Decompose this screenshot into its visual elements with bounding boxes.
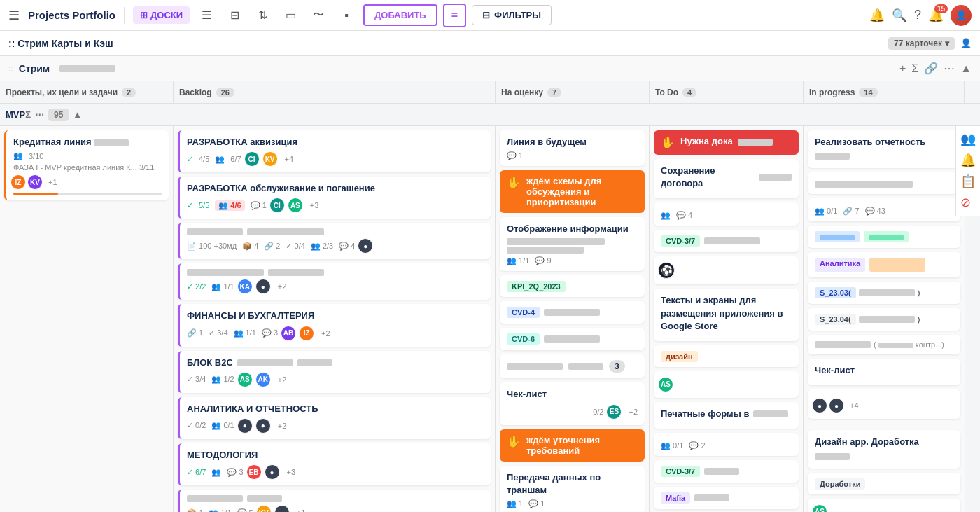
card-s2304[interactable]: S_23.04( ) <box>808 308 960 331</box>
card-razrabotka-akv[interactable]: РАЗРАБОТКА аквизиция ✓4/5 👥6/7 CI KV +4 <box>178 130 491 172</box>
card-dorabotki-tag[interactable]: Доработки <box>808 473 960 494</box>
col-header-3: На оценку 7 <box>496 81 650 103</box>
equals-button[interactable]: = <box>443 4 466 27</box>
people-icon: 👥 <box>13 151 23 160</box>
card-two-tags[interactable] <box>808 226 960 248</box>
avatar-kv: KV <box>27 174 43 190</box>
card-analytics-tag[interactable]: Аналитика <box>808 252 960 277</box>
stream-header: :: Стрим Карты и Кэш 77 карточек ▾ 👤 <box>0 31 980 56</box>
card-cvd4[interactable]: CVD-4 <box>500 301 645 324</box>
card-transfer-data[interactable]: Передача данных по траншам 👥 1 💬 1 <box>500 466 645 512</box>
block-button[interactable]: ▪ <box>335 4 358 27</box>
card-reports[interactable]: Реализовать отчетность <box>808 130 960 168</box>
card-checklist-ip[interactable]: Чек-лист <box>808 359 960 385</box>
bell-icon[interactable]: 🔔 <box>869 8 885 23</box>
card-avatars-plus4[interactable]: ● ● +4 <box>808 389 960 419</box>
notification-bell[interactable]: 🔔 15 <box>928 8 944 23</box>
sidebar-icon-2[interactable]: 🔔 <box>960 153 976 168</box>
card-razrabotka-obsl[interactable]: РАЗРАБОТКА обслуживание и погашение ✓5/5… <box>178 177 491 219</box>
search-icon[interactable]: 🔍 <box>892 8 907 23</box>
hamburger-icon[interactable]: ☰ <box>8 8 20 23</box>
card-print-forms[interactable]: Печатные формы в <box>654 402 799 429</box>
card-cvd37-2[interactable]: CVD-3/7 <box>654 460 799 483</box>
sigma-icon[interactable]: Σ <box>911 62 918 75</box>
card-design-tag[interactable]: дизайн <box>654 345 799 367</box>
card-meta: ✓5/5 👥 4/6 💬 1 CI AS +3 <box>187 198 484 213</box>
list-view-button[interactable]: ☰ <box>195 4 218 27</box>
card-cvd6[interactable]: CVD-6 <box>500 328 645 350</box>
column-projects: Кредитная линия 👥 3/10 ФАЗА I - MVP кред… <box>0 126 174 512</box>
user-avatar[interactable]: 👤 <box>951 5 972 26</box>
stream-actions[interactable]: + Σ 🔗 ⋯ ▲ <box>899 62 972 75</box>
card-cvd37-1[interactable]: CVD-3/7 <box>654 230 799 252</box>
sidebar-icon-3[interactable]: 📋 <box>960 174 976 189</box>
card-as-only[interactable]: AS <box>808 499 960 512</box>
add-button[interactable]: ДОБАВИТЬ <box>363 4 438 26</box>
mvp-actions: Σ ⋯ 95 ▲ <box>25 109 82 121</box>
filter-button[interactable]: ⊟ ФИЛЬТРЫ <box>472 5 552 25</box>
card-blurred-1[interactable]: 📄 100 +30мд 📦 4 🔗 2 ✓ 0/4 👥 2/3 💬 4 ● <box>178 223 491 259</box>
card-contact[interactable]: ( контр...) <box>808 335 960 354</box>
card-blurred-3[interactable]: 📦 1 👥 1/1 💬 5 KV ● +1 <box>178 490 491 512</box>
card-b2c[interactable]: БЛОК В2С ✓ 3/4 👥 1/2 AS AK +2 <box>178 351 491 393</box>
sigma-icon[interactable]: Σ <box>25 109 31 120</box>
col-header-2: Backlog 26 <box>174 81 496 103</box>
card-phase: ФАЗА I - MVP кредитная линия К... 3/11 <box>13 163 162 172</box>
card-future-line[interactable]: Линия в будущем 💬 1 <box>500 130 645 166</box>
card-dark-ball[interactable]: ⚽ <box>654 256 799 284</box>
collapse-mvp-icon[interactable]: ▲ <box>73 109 82 120</box>
filter-icon: ⊟ <box>482 10 490 20</box>
boards-view-button[interactable]: ⊞ ДОСКИ <box>133 6 190 24</box>
card-checklist[interactable]: Чек-лист 0/2 ES +2 <box>500 382 645 424</box>
subheader-prefix: :: <box>8 64 13 74</box>
sort-button[interactable]: ⇅ <box>251 4 274 27</box>
card-s2303[interactable]: S_23.03( ) <box>808 282 960 304</box>
dropdown-icon: ▾ <box>945 39 949 48</box>
top-nav: ☰ Projects Portfolio ⊞ ДОСКИ ☰ ⊟ ⇅ ▭ 〜 ▪… <box>0 0 980 31</box>
card-01-comment[interactable]: 👥 0/1 💬 2 <box>654 433 799 456</box>
columns-header: Проекты, их цели и задачи 2 Backlog 26 Н… <box>0 81 980 104</box>
nav-divider <box>124 7 125 24</box>
card-title: РАЗРАБОТКА аквизиция <box>187 136 484 148</box>
card-display-info[interactable]: Отображение информации 👥 1/1 💬 9 <box>500 217 645 271</box>
card-kpi[interactable]: KPI_2Q_2023 <box>500 275 645 297</box>
card-blurred-tag[interactable]: 3 <box>500 354 645 378</box>
collapse-icon[interactable]: ▲ <box>960 62 972 75</box>
card-avatars-row: IZ KV +1 <box>13 174 162 190</box>
alert-waiting-req[interactable]: ✋ ждём уточнения требований <box>500 429 645 462</box>
mvp-row: MVP Σ ⋯ 95 ▲ <box>0 104 980 126</box>
card-analytics[interactable]: АНАЛИТИКА И ОТЧЕТНОСТЬ ✓ 0/2 👥 0/1 ● ● +… <box>178 397 491 439</box>
more-icon[interactable]: ⋯ <box>35 109 44 120</box>
sidebar-icon-1[interactable]: 👥 <box>960 132 976 147</box>
sidebar-toggle-icon[interactable]: 👤 <box>960 38 972 48</box>
help-icon[interactable]: ? <box>914 8 921 22</box>
alert-waiting-schema[interactable]: ✋ ждём схемы для обсуждения и приоритиза… <box>500 170 645 213</box>
card-0-1-7-43[interactable]: 👥 0/1 🔗 7 💬 43 <box>808 198 960 221</box>
grid-view-button[interactable]: ⊟ <box>223 4 246 27</box>
card-blurred-2[interactable]: ✓ 2/2 👥 1/1 KA ● +2 <box>178 263 491 300</box>
calendar-button[interactable]: ▭ <box>279 4 302 27</box>
card-google-store[interactable]: Тексты и экраны для размещения приложени… <box>654 289 799 341</box>
cards-count-badge[interactable]: 77 карточек ▾ <box>888 37 955 50</box>
mvp-label: MVP <box>6 109 25 120</box>
link-icon[interactable]: 🔗 <box>924 62 938 75</box>
card-people-comment[interactable]: 👥 💬 4 <box>654 202 799 226</box>
card-finance[interactable]: ФИНАНСЫ И БУХГАЛТЕРИЯ 🔗 1 ✓ 3/4 👥 1/1 💬 … <box>178 304 491 346</box>
card-as-avatar[interactable]: AS <box>654 371 799 398</box>
card-title: РАЗРАБОТКА обслуживание и погашение <box>187 182 484 195</box>
sidebar-icon-4[interactable]: ⊘ <box>960 195 976 210</box>
more-icon[interactable]: ⋯ <box>944 62 955 75</box>
card-mafia[interactable]: Mafia <box>654 487 799 509</box>
progress-bar <box>13 193 162 195</box>
card-blurred-ip1[interactable] <box>808 172 960 194</box>
card-credit-line[interactable]: Кредитная линия 👥 3/10 ФАЗА I - MVP кред… <box>4 130 169 200</box>
card-design-app[interactable]: Дизайн арр. Доработка <box>808 430 960 468</box>
chart-button[interactable]: 〜 <box>307 4 330 27</box>
card-save-contract[interactable]: Сохранение договора <box>654 159 799 198</box>
add-icon[interactable]: + <box>899 62 906 75</box>
column-backlog: РАЗРАБОТКА аквизиция ✓4/5 👥6/7 CI KV +4 … <box>174 126 496 512</box>
board: Кредитная линия 👥 3/10 ФАЗА I - MVP кред… <box>0 126 980 512</box>
card-methodology[interactable]: МЕТОДОЛОГИЯ ✓ 6/7 👥 💬 3 EB ● +3 <box>178 443 491 485</box>
av-kv: KV <box>262 151 278 167</box>
alert-need-doc[interactable]: ✋ Нужна дока <box>654 130 799 155</box>
